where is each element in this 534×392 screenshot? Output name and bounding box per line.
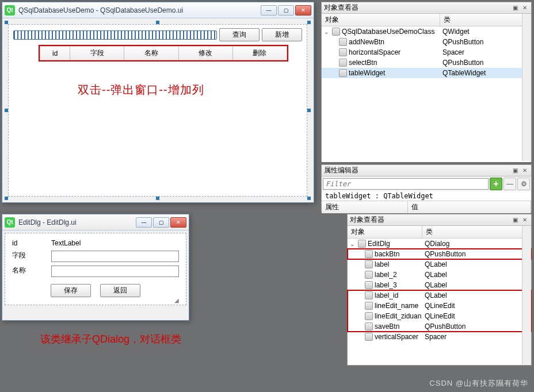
form-canvas[interactable]: 查询 新增 id 字段 名称 修改 删除 双击--弹出窗口	[8, 24, 307, 197]
tree-row-highlighted[interactable]: label_id QLabel	[348, 290, 531, 301]
expand-icon[interactable]: ⌄	[350, 241, 356, 247]
widget-icon	[339, 59, 347, 67]
panel-header[interactable]: 对象查看器 ▣ ✕	[348, 214, 531, 226]
edit-title: EditDlg - EditDlg.ui	[18, 218, 136, 226]
undock-icon[interactable]: ▣	[511, 4, 519, 12]
col-class[interactable]: 类	[422, 226, 531, 238]
tree-row-highlighted[interactable]: lineEdit_ziduan QLineEdit	[348, 311, 531, 321]
property-editor: 属性编辑器 ▣ ✕ + — ⚙ tableWidget : QTableWidg…	[321, 164, 532, 212]
undock-icon[interactable]: ▣	[511, 216, 519, 224]
widget-icon	[365, 333, 373, 341]
minimize-button[interactable]: —	[261, 5, 277, 16]
tree-header: 对象 类	[322, 14, 531, 26]
tree-row[interactable]: addNewBtn QPushButton	[322, 37, 531, 47]
maximize-button[interactable]: ▢	[278, 5, 294, 16]
save-button[interactable]: 保存	[51, 284, 91, 297]
tree-header: 对象 类	[348, 226, 531, 239]
maximize-button[interactable]: ▢	[153, 217, 169, 228]
widget-icon	[358, 240, 366, 248]
tree-row-root[interactable]: ⌄QSqlDatabaseUseDemoClass QWidget	[322, 26, 531, 37]
widget-icon	[365, 312, 373, 320]
tree-row-highlighted[interactable]: backBtn QPushButton	[348, 249, 531, 259]
close-panel-icon[interactable]: ✕	[521, 4, 529, 12]
widget-icon	[365, 302, 373, 310]
back-button[interactable]: 返回	[100, 284, 140, 297]
panel-header[interactable]: 属性编辑器 ▣ ✕	[322, 165, 531, 176]
tree-row[interactable]: label_3 QLabel	[348, 280, 531, 290]
label-id-value: TextLabel	[51, 239, 179, 247]
scrollbar[interactable]	[522, 226, 531, 365]
edit-dialog-window: Qt EditDlg - EditDlg.ui — ▢ ✕ id TextLab…	[2, 214, 189, 321]
col-object[interactable]: 对象	[348, 226, 422, 238]
scrollbar[interactable]	[522, 14, 531, 161]
label-id: id	[12, 239, 47, 247]
tree-body[interactable]: ⌄EditDlg QDialog backBtn QPushButton lab…	[348, 239, 531, 365]
annotation-text-2: 该类继承子QDialog，对话框类	[40, 332, 181, 346]
close-button[interactable]: ✕	[170, 217, 186, 228]
widget-icon	[365, 260, 373, 268]
filter-input[interactable]	[323, 178, 489, 190]
tree-row[interactable]: horizontalSpacer Spacer	[322, 47, 531, 57]
minimize-button[interactable]: —	[136, 217, 152, 228]
widget-icon	[339, 69, 347, 77]
add-property-button[interactable]: +	[490, 178, 502, 190]
qt-icon: Qt	[5, 5, 15, 16]
object-inspector-2: 对象查看器 ▣ ✕ 对象 类 ⌄EditDlg QDialog backBtn …	[347, 214, 532, 366]
main-title: QSqlDatabaseUseDemo - QSqlDatabaseUseDem…	[18, 6, 261, 14]
qt-icon: Qt	[5, 217, 15, 228]
lineedit-ziduan[interactable]	[51, 251, 179, 262]
widget-icon	[365, 250, 373, 258]
col-prop[interactable]: 属性	[322, 201, 408, 213]
close-button[interactable]: ✕	[295, 5, 311, 16]
dialog-canvas[interactable]: id TextLabel 字段 名称 保存 返回 ◢	[5, 233, 186, 305]
widget-icon	[332, 28, 340, 36]
panel-header[interactable]: 对象查看器 ▣ ✕	[322, 2, 531, 14]
col-value[interactable]: 值	[408, 201, 531, 213]
label-field: 字段	[12, 251, 47, 262]
main-designer-window: Qt QSqlDatabaseUseDemo - QSqlDatabaseUse…	[2, 2, 314, 203]
widget-icon	[365, 291, 373, 299]
watermark: CSDN @山有扶苏隰有荷华	[429, 378, 528, 389]
panel-title: 对象查看器	[350, 215, 384, 225]
col-object[interactable]: 对象	[322, 14, 440, 26]
prop-columns: 属性 值	[322, 201, 531, 213]
settings-icon[interactable]: ⚙	[517, 178, 530, 190]
tree-row[interactable]: selectBtn QPushButton	[322, 57, 531, 68]
size-grip-icon[interactable]: ◢	[9, 297, 182, 303]
edit-titlebar[interactable]: Qt EditDlg - EditDlg.ui — ▢ ✕	[2, 214, 189, 230]
panel-title: 属性编辑器	[324, 166, 358, 175]
tree-body[interactable]: ⌄QSqlDatabaseUseDemoClass QWidget addNew…	[322, 26, 531, 162]
tree-row[interactable]: label_2 QLabel	[348, 270, 531, 280]
widget-icon	[365, 271, 373, 279]
annotation-text: 双击--弹出窗口--增加列	[78, 82, 204, 98]
main-titlebar[interactable]: Qt QSqlDatabaseUseDemo - QSqlDatabaseUse…	[2, 2, 314, 18]
undock-icon[interactable]: ▣	[511, 167, 519, 175]
widget-icon	[365, 322, 373, 330]
panel-title: 对象查看器	[324, 3, 358, 13]
tree-row-root[interactable]: ⌄EditDlg QDialog	[348, 239, 531, 249]
widget-icon	[365, 281, 373, 289]
close-panel-icon[interactable]: ✕	[521, 167, 529, 175]
tree-row[interactable]: verticalSpacer Spacer	[348, 332, 531, 342]
widget-icon	[339, 38, 347, 46]
remove-property-button[interactable]: —	[504, 178, 516, 190]
widget-icon	[339, 48, 347, 56]
expand-icon[interactable]: ⌄	[324, 29, 330, 35]
tree-row[interactable]: label QLabel	[348, 259, 531, 270]
col-class[interactable]: 类	[440, 14, 531, 26]
lineedit-name[interactable]	[51, 266, 179, 277]
main-body: 查询 新增 id 字段 名称 修改 删除 双击--弹出窗口	[2, 18, 314, 202]
close-panel-icon[interactable]: ✕	[521, 216, 529, 224]
property-crumb: tableWidget : QTableWidget	[322, 191, 531, 201]
tree-row-selected[interactable]: tableWidget QTableWidget	[322, 68, 531, 78]
object-inspector-1: 对象查看器 ▣ ✕ 对象 类 ⌄QSqlDatabaseUseDemoClass…	[321, 2, 532, 162]
label-name: 名称	[12, 266, 47, 277]
tree-row-highlighted[interactable]: lineEdit_name QLineEdit	[348, 301, 531, 311]
tree-row-highlighted[interactable]: saveBtn QPushButton	[348, 321, 531, 332]
